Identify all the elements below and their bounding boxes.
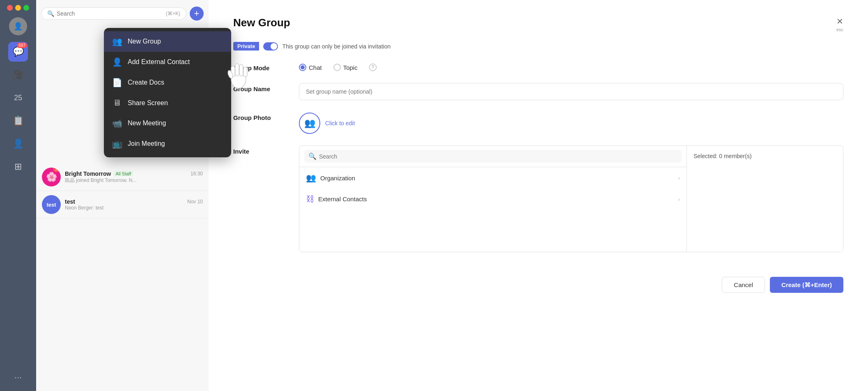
chat-avatar: 🌸 75 [42, 168, 61, 186]
chat-time: 16:30 [191, 171, 203, 177]
ext-contacts-icon: ⛓ [306, 194, 314, 204]
dialog-header: New Group ✕ esc [233, 16, 843, 32]
dropdown-new-group-label: New Group [128, 38, 161, 45]
dropdown-create-docs[interactable]: 📄 Create Docs [104, 72, 231, 93]
group-name-label: Group Name [233, 83, 291, 92]
private-row: Private This group can only be joined vi… [233, 42, 843, 51]
search-input[interactable] [57, 10, 163, 17]
dialog: New Group ✕ esc Private This group can o… [209, 0, 868, 391]
search-shortcut: (⌘+K) [166, 11, 180, 16]
chat-tag: All Staff [114, 171, 133, 177]
group-photo-label: Group Photo [233, 112, 291, 121]
search-icon: 🔍 [47, 10, 54, 17]
radio-topic-circle [333, 64, 341, 71]
photo-circle[interactable]: 👥 [299, 113, 320, 134]
org-label: Organization [320, 175, 355, 182]
sidebar-item-contacts[interactable]: 👤 [8, 134, 28, 154]
ext-contacts-label: External Contacts [318, 196, 367, 202]
share-screen-icon: 🖥 [112, 98, 122, 108]
new-group-icon: 👥 [112, 37, 122, 46]
invite-search-inner: 🔍 [304, 150, 682, 163]
group-mode-row: Group Mode Chat Topic ? [233, 62, 843, 71]
sidebar-item-apps[interactable]: ⊞ [8, 157, 28, 177]
private-badge: Private [233, 42, 259, 51]
invite-search-area: 🔍 [299, 146, 687, 167]
sidebar: 👤 💬 697 🎥 25 📋 👤 ⊞ ··· [0, 0, 36, 391]
chat-avatar: test [42, 195, 61, 214]
dropdown-menu: 👥 New Group 👤 Add External Contact 📄 Cre… [104, 28, 231, 157]
invite-search-icon: 🔍 [308, 152, 317, 160]
chat-info: Bright Tomorrow All Staff 16:30 陈晶 joine… [65, 170, 203, 184]
invite-container: 🔍 👥 Organization › [299, 145, 843, 252]
sidebar-more[interactable]: ··· [14, 372, 22, 383]
join-meeting-icon: 📺 [112, 139, 122, 149]
chevron-icon-ext: › [678, 196, 680, 202]
sidebar-item-docs[interactable]: 📋 [8, 111, 28, 131]
chat-message: Neon Berger: test [65, 205, 155, 211]
group-name-input[interactable] [299, 83, 843, 100]
radio-topic-label: Topic [343, 64, 358, 71]
dialog-title: New Group [233, 16, 290, 29]
chat-name: Bright Tomorrow [65, 170, 111, 177]
traffic-light-green[interactable] [23, 5, 29, 11]
add-external-icon: 👤 [112, 57, 122, 67]
invite-left: 🔍 👥 Organization › [299, 146, 687, 252]
click-to-edit[interactable]: Click to edit [325, 120, 355, 126]
chat-list-header: 🔍 (⌘+K) + [36, 0, 209, 24]
traffic-light-yellow[interactable] [15, 5, 21, 11]
chat-message: 陈晶 joined Bright Tomorrow. N... [65, 177, 155, 184]
radio-group: Chat Topic ? [299, 62, 843, 71]
dropdown-new-meeting-label: New Meeting [128, 120, 166, 127]
org-item[interactable]: 👥 Organization › [299, 167, 687, 189]
cancel-button[interactable]: Cancel [722, 277, 765, 293]
esc-label: esc [836, 27, 843, 32]
close-button[interactable]: ✕ esc [836, 16, 843, 32]
invite-label: Invite [233, 145, 291, 155]
chat-badge: 697 [17, 43, 27, 48]
invite-right: Selected: 0 member(s) [687, 146, 843, 252]
private-toggle[interactable] [263, 42, 278, 51]
main-content: New Group ✕ esc Private This group can o… [209, 0, 868, 391]
group-photo-icon: 👥 [304, 118, 315, 129]
sidebar-item-video[interactable]: 🎥 [8, 65, 28, 85]
contacts-icon: 👤 [13, 138, 24, 149]
group-name-row: Group Name [233, 83, 843, 100]
sidebar-item-calendar[interactable]: 25 [8, 88, 28, 108]
dropdown-add-external-label: Add External Contact [128, 58, 190, 66]
private-desc: This group can only be joined via invita… [282, 43, 390, 50]
radio-chat[interactable]: Chat [299, 64, 322, 71]
photo-control: 👥 Click to edit [299, 112, 843, 134]
radio-chat-circle [299, 64, 306, 71]
create-button[interactable]: Create (⌘+Enter) [770, 277, 843, 293]
dropdown-join-meeting[interactable]: 📺 Join Meeting [104, 133, 231, 154]
dropdown-create-docs-label: Create Docs [128, 79, 164, 86]
chevron-icon: › [678, 175, 680, 181]
calendar-icon: 25 [14, 94, 22, 102]
traffic-lights [7, 5, 29, 11]
dropdown-share-screen[interactable]: 🖥 Share Screen [104, 93, 231, 113]
search-bar[interactable]: 🔍 (⌘+K) [41, 7, 186, 20]
close-icon: ✕ [836, 16, 843, 26]
create-docs-icon: 📄 [112, 78, 122, 87]
help-icon[interactable]: ? [369, 64, 377, 71]
avatar[interactable]: 👤 [9, 17, 27, 35]
dropdown-add-external[interactable]: 👤 Add External Contact [104, 52, 231, 72]
radio-topic[interactable]: Topic [333, 64, 358, 71]
chat-item-test[interactable]: test test Nov 10 Neon Berger: test [36, 191, 209, 218]
radio-chat-label: Chat [309, 64, 322, 71]
add-button[interactable]: + [190, 7, 204, 21]
group-mode-label: Group Mode [233, 62, 291, 71]
sidebar-item-chat[interactable]: 💬 697 [8, 42, 28, 62]
dialog-footer: Cancel Create (⌘+Enter) [233, 277, 843, 293]
chat-item-bright-tomorrow[interactable]: 🌸 75 Bright Tomorrow All Staff 16:30 陈晶 … [36, 163, 209, 191]
invite-row: Invite 🔍 👥 Organizatio [233, 145, 843, 252]
group-photo-row: Group Photo 👥 Click to edit [233, 112, 843, 134]
apps-icon: ⊞ [14, 161, 22, 172]
ext-item[interactable]: ⛓ External Contacts › [299, 189, 687, 209]
dropdown-share-screen-label: Share Screen [128, 99, 168, 107]
docs-icon: 📋 [13, 115, 24, 126]
invite-search-input[interactable] [319, 153, 677, 160]
dropdown-new-group[interactable]: 👥 New Group [104, 31, 231, 52]
dropdown-new-meeting[interactable]: 📹 New Meeting [104, 113, 231, 133]
traffic-light-red[interactable] [7, 5, 13, 11]
